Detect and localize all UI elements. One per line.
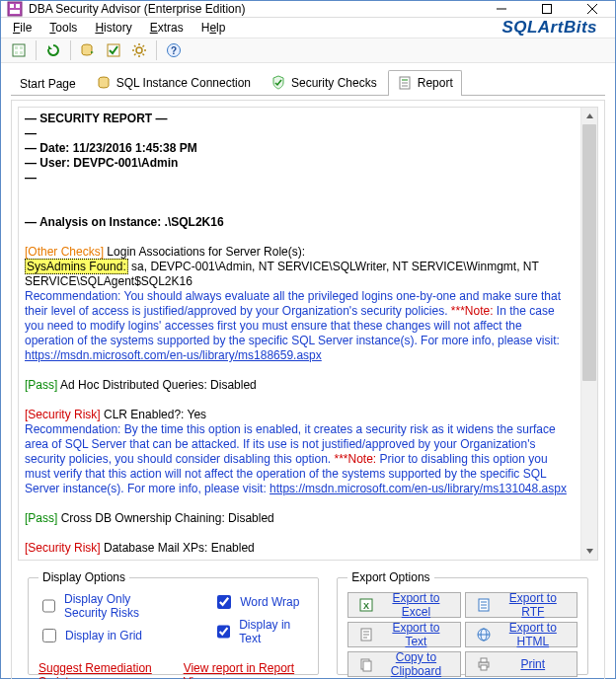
tag-risk: [Security Risk]: [25, 541, 101, 555]
export-excel-button[interactable]: X Export to Excel: [347, 592, 460, 618]
brand-logo: SQLArtBits: [501, 18, 603, 38]
report-pane: — SECURITY REPORT — — — Date: 11/23/2016…: [18, 107, 598, 561]
report-recommendation: Recommendation: By the time this option …: [25, 422, 575, 496]
svg-rect-12: [20, 51, 23, 54]
highlight-sysadmins: SysAdmins Found:: [25, 259, 128, 274]
tab-strip: Start Page SQL Instance Connection Secur…: [1, 63, 615, 96]
close-button[interactable]: [570, 1, 615, 17]
scroll-down-icon[interactable]: [581, 543, 597, 560]
report-text[interactable]: — SECURITY REPORT — — — Date: 11/23/2016…: [19, 108, 580, 560]
svg-point-15: [136, 47, 142, 53]
toolbar-help-icon[interactable]: ?: [162, 38, 186, 62]
link-view-report[interactable]: View report in Report Viewer: [184, 661, 309, 679]
checkbox-input[interactable]: [42, 629, 56, 642]
tag-pass: [Pass]: [25, 511, 57, 525]
svg-text:X: X: [363, 601, 369, 611]
tab-sql-connection[interactable]: SQL Instance Connection: [87, 70, 260, 96]
toolbar-home-icon[interactable]: [7, 38, 31, 62]
svg-rect-1: [10, 4, 14, 8]
report-line: [Pass] Cross DB Ownership Chaining: Disa…: [25, 511, 575, 526]
checkbox-input[interactable]: [42, 599, 55, 613]
tab-start-page[interactable]: Start Page: [11, 72, 85, 96]
svg-rect-45: [363, 661, 371, 671]
maximize-button[interactable]: [524, 1, 570, 17]
report-dash: —: [25, 171, 575, 186]
clipboard-icon: [358, 656, 374, 672]
database-icon: [96, 75, 112, 91]
report-line: SysAdmins Found: sa, DEVPC-001\Admin, NT…: [25, 260, 575, 289]
svg-text:?: ?: [171, 45, 177, 56]
vertical-scrollbar[interactable]: [580, 108, 597, 560]
toolbar-gear-icon[interactable]: [127, 38, 151, 62]
menu-help[interactable]: Help: [201, 21, 226, 35]
scroll-up-icon[interactable]: [581, 108, 597, 124]
report-dash: —: [25, 126, 575, 141]
msdn-link[interactable]: https://msdn.microsoft.com/en-us/library…: [25, 348, 322, 362]
link-suggest-scripts[interactable]: Suggest Remediation Scripts: [38, 661, 166, 679]
checkbox-in-text[interactable]: Display in Text: [213, 618, 308, 645]
checkbox-only-risks[interactable]: Display Only Security Risks: [38, 592, 174, 620]
toolbar: ?: [1, 38, 615, 63]
window-title: DBA Security Advisor (Enterprise Edition…: [29, 2, 479, 16]
checkbox-input[interactable]: [217, 595, 231, 609]
export-options-group: Export Options X Export to Excel Export …: [337, 570, 588, 675]
export-html-button[interactable]: Export to HTML: [465, 622, 578, 647]
toolbar-check-icon[interactable]: [102, 38, 125, 62]
checkbox-input[interactable]: [217, 625, 230, 639]
globe-icon: [476, 627, 492, 642]
rtf-icon: [476, 597, 492, 613]
report-icon: [397, 75, 413, 91]
export-rtf-button[interactable]: Export to RTF: [465, 592, 578, 618]
scroll-thumb[interactable]: [582, 124, 596, 381]
svg-rect-47: [481, 658, 487, 662]
svg-line-20: [134, 45, 136, 47]
toolbar-refresh-icon[interactable]: [41, 38, 65, 62]
minimize-button[interactable]: [479, 1, 524, 17]
printer-icon: [476, 656, 492, 672]
svg-rect-48: [481, 665, 487, 670]
report-analysis: — Analysis on Instance: .\SQL2K16: [25, 215, 575, 230]
report-date: — Date: 11/23/2016 1:45:38 PM: [25, 141, 575, 156]
print-button[interactable]: Print: [465, 651, 578, 677]
toolbar-separator: [36, 40, 37, 60]
export-text-button[interactable]: Export to Text: [347, 622, 460, 647]
checkbox-word-wrap[interactable]: Word Wrap: [213, 592, 308, 612]
menu-file[interactable]: File: [13, 21, 32, 35]
window-controls: [479, 1, 615, 17]
report-line: [Pass] Ad Hoc Distributed Queries: Disab…: [25, 378, 575, 393]
menu-history[interactable]: History: [95, 21, 131, 35]
tab-label: Security Checks: [291, 76, 377, 90]
display-options-group: Display Options Display Only Security Ri…: [28, 570, 319, 675]
tab-report[interactable]: Report: [388, 70, 462, 96]
menu-bar: File Tools History Extras Help SQLArtBit…: [1, 18, 615, 38]
svg-line-22: [134, 54, 136, 56]
export-options-legend: Export Options: [347, 570, 433, 584]
msdn-link[interactable]: https://msdn.microsoft.com/en-us/library…: [270, 482, 567, 495]
svg-line-21: [143, 54, 145, 56]
svg-line-23: [143, 45, 145, 47]
copy-clipboard-button[interactable]: Copy to Clipboard: [347, 651, 460, 677]
tag-other-checks: [Other Checks]: [25, 245, 104, 259]
report-line: [Security Risk] CLR Enabled?: Yes: [25, 408, 575, 422]
toolbar-db-icon[interactable]: [76, 38, 100, 62]
display-options-legend: Display Options: [38, 570, 129, 584]
tag-risk: [Security Risk]: [25, 408, 101, 421]
scroll-track[interactable]: [581, 124, 597, 543]
svg-rect-3: [10, 10, 20, 14]
text-icon: [358, 627, 374, 642]
tab-label: Report: [418, 76, 453, 90]
svg-rect-11: [15, 51, 18, 54]
tab-security-checks[interactable]: Security Checks: [262, 70, 386, 96]
excel-icon: X: [358, 597, 374, 613]
report-user: — User: DEVPC-001\Admin: [25, 156, 575, 171]
app-icon: [7, 1, 23, 17]
shield-check-icon: [270, 75, 286, 91]
menu-tools[interactable]: Tools: [49, 21, 77, 35]
checkbox-in-grid[interactable]: Display in Grid: [38, 626, 174, 645]
title-bar: DBA Security Advisor (Enterprise Edition…: [1, 1, 615, 18]
svg-rect-10: [20, 46, 23, 49]
tab-label: Start Page: [20, 77, 76, 91]
svg-rect-2: [16, 4, 20, 8]
menu-extras[interactable]: Extras: [150, 21, 184, 35]
svg-rect-5: [543, 5, 552, 14]
